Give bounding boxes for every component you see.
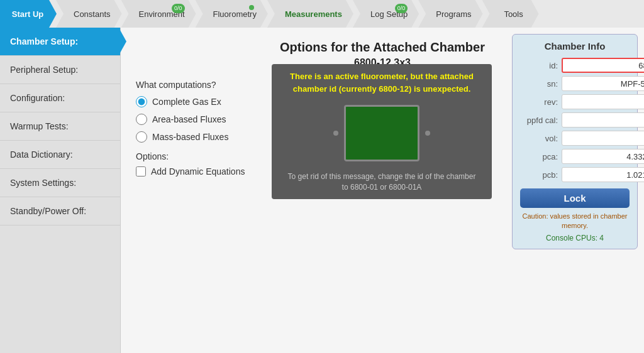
chamber-label-pcb: pcb: (520, 170, 558, 180)
chamber-input-id[interactable] (562, 58, 644, 73)
main-layout: Chamber Setup: Peripheral Setup: Configu… (0, 28, 644, 353)
sidebar-item-peripheral-setup[interactable]: Peripheral Setup: (0, 56, 120, 84)
nav-fluorometry-label: Fluorometry (213, 9, 257, 19)
chamber-input-ppfd-cal[interactable] (562, 112, 644, 128)
chamber-label-pca: pca: (520, 152, 558, 161)
fluorometer-screen (344, 105, 419, 161)
sidebar-item-system-settings[interactable]: System Settings: (0, 169, 120, 197)
nav-constants[interactable]: Constants (56, 0, 122, 28)
nav-tools-label: Tools (504, 9, 523, 19)
nav-startup[interactable]: Start Up (0, 0, 57, 28)
chamber-info-title: Chamber Info (520, 41, 630, 52)
chamber-input-vol[interactable] (562, 131, 644, 146)
radio-complete-gas-label: Complete Gas Ex (152, 97, 221, 107)
chamber-field-pca: pca: (520, 149, 630, 164)
nav-logsetup[interactable]: Log Setup 0/0 (353, 0, 419, 28)
sidebar-warmup-tests-label: Warmup Tests: (10, 121, 69, 131)
nav-programs[interactable]: Programs (418, 0, 482, 28)
nav-fluorometry[interactable]: Fluorometry (196, 0, 268, 28)
checkbox-dynamic-equations-label: Add Dynamic Equations (151, 166, 245, 176)
chamber-label-vol: vol: (520, 134, 558, 143)
sidebar-data-dictionary-label: Data Dictionary: (10, 149, 73, 160)
chamber-info-panel: Chamber Info id: sn: rev: ppfd cal: vol: (512, 34, 638, 249)
chamber-input-sn[interactable] (562, 76, 644, 91)
chamber-field-sn: sn: (520, 76, 630, 91)
radio-area-fluxes-input[interactable] (136, 114, 147, 125)
chamber-input-pcb[interactable] (562, 167, 644, 182)
chamber-field-ppfd-cal: ppfd cal: (520, 112, 630, 128)
radio-mass-fluxes-label: Mass-based Fluxes (152, 132, 228, 142)
sidebar-item-warmup-tests[interactable]: Warmup Tests: (0, 112, 120, 141)
chamber-field-rev: rev: (520, 94, 630, 109)
checkbox-dynamic-equations-input[interactable] (136, 166, 146, 176)
caution-text: Caution: values stored in chamber memory… (520, 212, 630, 231)
radio-complete-gas-input[interactable] (136, 96, 147, 107)
sidebar-item-configuration[interactable]: Configuration: (0, 84, 120, 112)
sidebar-item-standby[interactable]: Standby/Power Off: (0, 197, 120, 225)
nav-startup-label: Start Up (12, 9, 44, 19)
radio-mass-fluxes-input[interactable] (136, 131, 147, 143)
chamber-field-pcb: pcb: (520, 167, 630, 182)
nav-logsetup-badge: 0/0 (395, 4, 408, 13)
nav-tools[interactable]: Tools (482, 0, 539, 28)
chamber-input-rev[interactable] (562, 94, 644, 109)
chamber-label-id: id: (520, 61, 558, 70)
sidebar: Chamber Setup: Peripheral Setup: Configu… (0, 28, 121, 353)
chamber-field-vol: vol: (520, 131, 630, 146)
sidebar-item-data-dictionary[interactable]: Data Dictionary: (0, 141, 120, 169)
nav-environment[interactable]: Environment 0/0 (121, 0, 196, 28)
chamber-label-rev: rev: (520, 97, 558, 107)
fluorometer-overlay: There is an active fluorometer, but the … (272, 64, 492, 199)
sidebar-chamber-setup-label: Chamber Setup: (10, 36, 78, 46)
console-cpus-text: Console CPUs: 4 (520, 234, 630, 242)
content-area: Options for the Attached Chamber 6800-12… (121, 28, 644, 353)
nav-fluorometry-dot (249, 5, 254, 10)
nav-constants-label: Constants (74, 9, 111, 19)
top-navigation: Start Up Constants Environment 0/0 Fluor… (0, 0, 644, 28)
chamber-label-sn: sn: (520, 79, 558, 89)
sidebar-configuration-label: Configuration: (10, 93, 65, 103)
lock-button[interactable]: Lock (520, 188, 630, 208)
nav-measurements[interactable]: Measurements (267, 0, 353, 28)
chamber-input-pca[interactable] (562, 149, 644, 164)
sidebar-system-settings-label: System Settings: (10, 178, 76, 188)
nav-measurements-label: Measurements (285, 9, 342, 19)
fluorometer-warning: There is an active fluorometer, but the … (278, 70, 486, 95)
radio-area-fluxes-label: Area-based Fluxes (152, 114, 226, 124)
sidebar-peripheral-setup-label: Peripheral Setup: (10, 65, 78, 75)
chamber-field-id: id: (520, 58, 630, 73)
fluorometer-hint: To get rid of this message, change the i… (278, 171, 486, 193)
nav-environment-badge: 0/0 (172, 4, 185, 13)
sidebar-standby-label: Standby/Power Off: (10, 206, 86, 216)
sidebar-item-chamber-setup[interactable]: Chamber Setup: (0, 28, 120, 56)
nav-programs-label: Programs (436, 9, 471, 19)
chamber-label-ppfd-cal: ppfd cal: (520, 116, 558, 125)
